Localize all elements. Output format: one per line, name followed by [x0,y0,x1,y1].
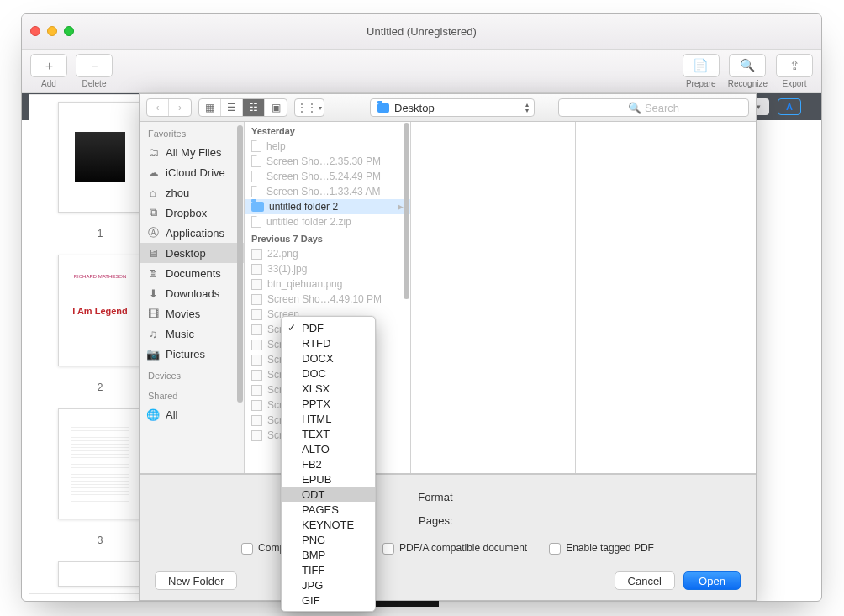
sidebar-item-downloads[interactable]: ⬇︎ Downloads [140,283,244,303]
cancel-button[interactable]: Cancel [615,571,675,590]
sidebar-section-favorites: Favorites [140,122,244,142]
file-section-header: Yesterday [245,122,410,139]
location-popup[interactable]: Desktop ▴▾ [370,98,535,117]
image-file-icon [251,415,262,426]
text-mode-toggle[interactable]: A [778,98,801,115]
file-row[interactable]: help [245,139,410,154]
image-file-icon [251,370,262,381]
sheet-toolbar: ‹ › ▦ ☰ ☷ ▣ ⋮⋮▾ Desktop ▴▾ [140,94,756,122]
file-row[interactable]: Screen Sho…1.33.43 AM [245,184,410,199]
scrollbar-thumb[interactable] [404,123,409,299]
scrollbar-thumb[interactable] [237,125,243,403]
page-number: 3 [98,534,103,546]
format-option[interactable]: TIFF [282,562,375,577]
close-window-button[interactable] [30,26,40,36]
nav-back-forward: ‹ › [146,98,192,117]
all-my-files-icon: 🗂 [146,145,160,159]
file-row[interactable]: Screen Sho…5.24.49 PM [245,169,410,184]
chevron-right-icon: › [178,102,182,113]
preview-column [576,122,756,473]
format-option[interactable]: PDF [282,320,375,335]
sidebar-scrollbar[interactable] [236,124,243,471]
back-button[interactable]: ‹ [147,99,169,116]
sidebar-item-all-my-files[interactable]: 🗂 All My Files [140,142,244,162]
toolbar-recognize[interactable]: 🔍 Recognize [728,54,768,88]
page-thumbnail[interactable] [58,561,142,587]
format-option[interactable]: HTML [282,411,375,426]
format-option[interactable]: RTFD [282,335,375,350]
documents-icon: 🗎 [146,266,160,280]
toolbar-export[interactable]: ⇪ Export [776,54,813,88]
file-row[interactable]: Screen Sho…4.49.10 PM [245,292,410,307]
view-list-button[interactable]: ☰ [221,99,243,116]
sidebar-item-dropbox[interactable]: ⧉ Dropbox [140,203,244,223]
page-thumbnail[interactable]: RICHARD MATHESON I Am Legend [58,255,142,366]
format-option[interactable]: BMP [282,547,375,562]
page-thumbnail[interactable] [58,408,142,519]
toolbar-add[interactable]: ＋ Add [30,54,67,88]
sidebar-item-label: Pictures [166,348,205,361]
format-option[interactable]: TEXT [282,426,375,441]
movies-icon: 🎞 [146,307,160,320]
image-file-icon [251,430,262,441]
search-field[interactable]: 🔍 Search [558,98,749,117]
file-row[interactable]: 33(1).jpg [245,261,410,276]
format-option[interactable]: PAGES [282,502,375,517]
format-option[interactable]: ODT [282,487,375,502]
pdfa-compatible-checkbox[interactable]: PDF/A compatible document [382,542,527,555]
sidebar-item-pictures[interactable]: 📷 Pictures [140,344,244,364]
view-columns-button[interactable]: ☷ [243,99,265,116]
sidebar-item-label: All [166,408,177,421]
format-option[interactable]: PPTX [282,396,375,411]
format-option[interactable]: FB2 [282,456,375,471]
sidebar-item-desktop[interactable]: 🖥 Desktop [140,243,244,263]
toolbar-prepare[interactable]: 📄 Prepare [683,54,720,88]
sidebar-item-documents[interactable]: 🗎 Documents [140,263,244,283]
sidebar-item-label: Desktop [166,247,206,260]
open-button[interactable]: Open [683,571,741,590]
file-name: untitled folder 2.zip [266,216,404,228]
format-option[interactable]: EPUB [282,471,375,487]
sidebar-item-home[interactable]: ⌂ zhou [140,182,244,203]
view-icons-button[interactable]: ▦ [199,99,221,116]
toolbar-prepare-label: Prepare [686,79,716,88]
format-option[interactable]: PNG [282,532,375,547]
format-dropdown-menu[interactable]: PDFRTFDDOCXDOCXLSXPPTXHTMLTEXTALTOFB2EPU… [281,316,376,612]
new-folder-button[interactable]: New Folder [155,571,237,590]
sidebar-item-shared-all[interactable]: 🌐 All [140,404,244,424]
grid-icon: ▦ [205,102,214,113]
sidebar-item-icloud[interactable]: ☁︎ iCloud Drive [140,162,244,182]
minimize-window-button[interactable] [47,26,57,36]
file-row[interactable]: untitled folder 2▶ [245,199,410,214]
tagged-pdf-checkbox[interactable]: Enable tagged PDF [549,542,654,555]
file-row[interactable]: untitled folder 2.zip [245,214,410,229]
sidebar-item-movies[interactable]: 🎞 Movies [140,303,244,324]
sidebar-item-label: iCloud Drive [166,166,225,179]
document-file-icon [251,171,261,182]
format-option[interactable]: DOC [282,366,375,381]
forward-button[interactable]: › [169,99,191,116]
sidebar-item-applications[interactable]: Ⓐ Applications [140,223,244,243]
format-option[interactable]: XLSX [282,381,375,396]
sidebar-item-music[interactable]: ♫ Music [140,324,244,344]
file-row[interactable]: Screen Sho…2.35.30 PM [245,154,410,169]
format-option[interactable]: DOCX [282,350,375,366]
zoom-window-button[interactable] [64,26,74,36]
coverflow-icon: ▣ [272,102,281,113]
format-option[interactable]: KEYNOTE [282,517,375,532]
toolbar-delete[interactable]: － Delete [76,54,113,88]
format-option[interactable]: GIF [282,592,375,608]
file-row[interactable]: 22.png [245,246,410,261]
format-option[interactable]: JPG [282,577,375,592]
view-mode-segment[interactable]: ▦ ☰ ☷ ▣ [198,98,287,117]
page-thumbnail[interactable] [58,102,142,213]
format-option[interactable]: ALTO [282,441,375,456]
image-file-icon [251,324,262,335]
arrange-menu[interactable]: ⋮⋮▾ [294,98,324,117]
document-file-icon [251,186,261,197]
pictures-icon: 📷 [146,347,160,361]
file-row[interactable]: btn_qiehuan.png [245,276,410,292]
view-coverflow-button[interactable]: ▣ [265,99,287,116]
thumbnail-text-icon [71,424,129,504]
image-file-icon [251,264,262,275]
